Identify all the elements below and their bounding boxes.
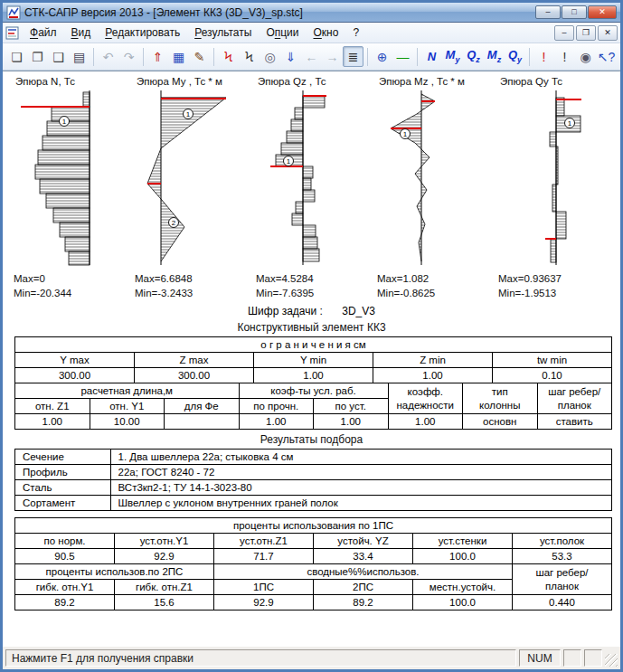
maximize-icon: □: [571, 8, 576, 16]
force-qy-button[interactable]: Qy: [505, 46, 525, 67]
diagram-title: Эпюра Mz , Тс * м: [379, 76, 493, 87]
element-scheme-button[interactable]: ▦: [168, 46, 189, 67]
notes-button[interactable]: !: [554, 46, 575, 67]
task-code-value: 3D_V3: [342, 305, 375, 317]
diagram-qy: Эпюра Qy Тс1Max=0.93637Min=-1.9513: [493, 74, 614, 300]
menu-results[interactable]: Результаты: [187, 24, 259, 42]
diagrams-toggle-button[interactable]: ≣: [343, 46, 363, 67]
context-help-button[interactable]: ↖?: [596, 46, 617, 67]
table-cell: 1.00: [314, 414, 389, 430]
table-cell: отн. Y1: [90, 399, 165, 414]
diagram-qz: Эпюра Qz , Тс1Max=4.5284Min=-7.6395: [250, 74, 372, 300]
diagram-title: Эпюра My , Тс * м: [137, 76, 250, 87]
diagram-title: Эпюра Qz , Тс: [258, 76, 372, 87]
close-button[interactable]: ✕: [588, 5, 617, 19]
force-qz-button[interactable]: Qz: [463, 46, 484, 67]
table-cell: по норм.: [15, 534, 115, 549]
table-cell: гибк. отн.Z1: [115, 580, 214, 595]
table-cell: Y max: [15, 353, 135, 368]
table-cell: 1.00: [239, 414, 314, 430]
mdi-document-icon[interactable]: [5, 26, 19, 40]
force-n-button[interactable]: N: [421, 46, 442, 67]
diagram-min: Min=-1.9513: [498, 286, 614, 300]
app-icon[interactable]: [6, 5, 21, 20]
toolbar-separator: [367, 48, 368, 66]
menu-bar: ФайлВидРедактироватьРезультатыОпцииОкно?…: [3, 23, 620, 43]
section-line-button[interactable]: ―: [392, 46, 413, 67]
num-lock-indicator: NUM: [519, 649, 561, 667]
table-cell: 2ПС: [314, 580, 413, 595]
status-panel: [584, 649, 602, 667]
table-cell: 22а; ГОСТ 8240 - 72: [110, 465, 611, 480]
svg-text:1: 1: [62, 118, 67, 126]
table-cell: для Фе: [165, 399, 240, 414]
svg-text:1: 1: [568, 119, 572, 128]
mdi-close-icon: ✕: [604, 28, 611, 37]
menu-window[interactable]: Окно: [307, 24, 346, 42]
table-cell: по уст.: [314, 399, 389, 414]
snapshot-button[interactable]: ◉: [575, 46, 596, 67]
paste-scheme-button[interactable]: ❑: [48, 46, 69, 67]
table-cell: шаг ребер/ планок: [513, 564, 612, 595]
mdi-minimize-button[interactable]: –: [554, 25, 574, 41]
mdi-restore-button[interactable]: ❐: [576, 25, 596, 41]
force-mz-button[interactable]: Mz: [484, 46, 505, 67]
table-cell: Сталь: [15, 480, 111, 496]
error-list-button[interactable]: !: [533, 46, 554, 67]
table-cell: Швеллер с уклоном внутренних граней поло…: [110, 496, 611, 511]
edit-element-button[interactable]: ✎: [189, 46, 210, 67]
app-window: СТК-САПР версия 2013 - [Элемент КК3 (3D_…: [0, 0, 623, 672]
diagram-max: Max=1.082: [377, 271, 493, 286]
table-cell: 300.00: [15, 368, 135, 383]
maximize-button[interactable]: □: [562, 5, 587, 19]
table-cell: 100.0: [413, 549, 513, 564]
table-cell: тип колонны: [463, 383, 538, 414]
load-results-button[interactable]: ⇓: [280, 46, 301, 67]
table-cell: коэф-ты усл. раб.: [239, 383, 388, 399]
status-message: Нажмите F1 для получения справки: [5, 649, 516, 667]
table-cell: 53.3: [513, 549, 612, 564]
diagram-max: Max=4.5284: [256, 271, 372, 286]
menu-items: ФайлВидРедактироватьРезультатыОпцииОкно?: [23, 24, 554, 42]
force-my-button[interactable]: My: [442, 46, 463, 67]
diagram-max: Max=0.93637: [498, 271, 614, 286]
menu-view[interactable]: Вид: [64, 24, 99, 42]
diagram-canvas: 1: [372, 87, 489, 268]
undo-button: ↶: [98, 46, 118, 67]
table-cell: проценты использов.по 2ПС: [15, 564, 214, 580]
table-cell: 10.00: [90, 414, 165, 430]
mdi-restore-icon: ❐: [582, 28, 590, 37]
diagram-max: Max=0: [14, 271, 129, 286]
minimize-button[interactable]: –: [535, 5, 561, 19]
status-bar: Нажмите F1 для получения справки NUM: [3, 646, 620, 669]
menu-help[interactable]: ?: [345, 24, 366, 42]
menu-edit[interactable]: Редактировать: [98, 24, 187, 42]
limits-table: о г р а н и ч е н и я смY maxZ maxY minZ…: [14, 336, 612, 430]
new-file-button[interactable]: ❏: [6, 46, 27, 67]
element-up-button[interactable]: ⇑: [147, 46, 168, 67]
menu-file[interactable]: Файл: [23, 24, 64, 42]
toolbar-separator: [93, 48, 94, 66]
table-cell: шаг ребер/ планок: [537, 383, 612, 414]
view-results-button[interactable]: ◎: [260, 46, 280, 67]
table-cell: уст.отн.Z1: [214, 534, 314, 549]
diagram-canvas: 1: [8, 87, 126, 268]
resize-grip[interactable]: [605, 654, 618, 667]
menu-options[interactable]: Опции: [259, 24, 306, 42]
copy-scheme-button[interactable]: ❐: [27, 46, 48, 67]
diagram-max: Max=6.6848: [135, 271, 250, 286]
table-cell: 92.9: [115, 549, 214, 564]
table-cell: 89.2: [15, 595, 115, 610]
mdi-close-button[interactable]: ✕: [598, 25, 618, 41]
table-cell: 92.9: [214, 595, 314, 610]
print-button[interactable]: ▤: [69, 46, 90, 67]
element-title: Конструктивный элемент КК3: [3, 317, 620, 336]
diagram-title: Эпюра Qy Тс: [500, 76, 614, 87]
calc-second-button[interactable]: Ϟ: [239, 46, 260, 67]
redo-button: ↷: [118, 46, 139, 67]
calc-first-button[interactable]: Ϟ: [218, 46, 239, 67]
toolbar: ❏❐❑▤↶↷⇑▦✎ϞϞ◎⇓←→≣⊕―NMyQzMzQy!!◉↖?: [3, 43, 620, 71]
table-cell: уст.отн.Y1: [115, 534, 214, 549]
zoom-button[interactable]: ⊕: [372, 46, 392, 67]
results-title: Результаты подбора: [3, 430, 620, 449]
